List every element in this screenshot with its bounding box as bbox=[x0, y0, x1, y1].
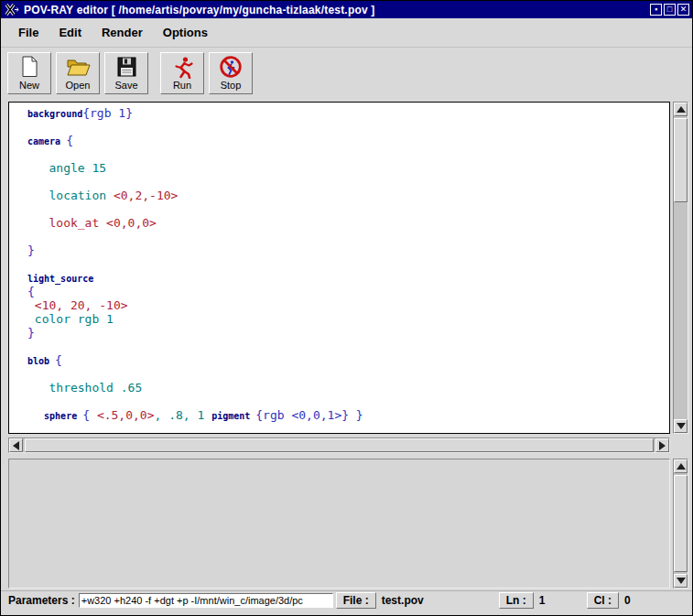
code-segment: blob bbox=[27, 356, 55, 366]
code-segment: threshold .65 bbox=[27, 381, 142, 394]
code-segment: {rgb 1} bbox=[82, 106, 133, 120]
output-vscroll-thumb[interactable] bbox=[674, 475, 688, 572]
toolbar-button-label: Save bbox=[114, 80, 137, 91]
close-button[interactable]: ✕ bbox=[677, 4, 689, 16]
code-line: threshold .65 bbox=[27, 381, 669, 394]
down-arrow-icon bbox=[677, 578, 686, 584]
x11-logo-icon[interactable] bbox=[3, 4, 21, 16]
new-document-icon bbox=[20, 55, 39, 79]
code-line: sphere { <.5,0,0>, .8, 1 pigment {rgb <0… bbox=[27, 408, 669, 422]
application-window: POV-RAY editor [ /home/artis/povray/my/g… bbox=[0, 0, 693, 616]
code-line bbox=[27, 230, 669, 243]
menu-item-edit[interactable]: Edit bbox=[49, 23, 92, 42]
title-bar[interactable]: POV-RAY editor [ /home/artis/povray/my/g… bbox=[1, 1, 692, 18]
code-line bbox=[27, 340, 669, 353]
toolbar-button-save[interactable]: Save bbox=[104, 52, 148, 94]
code-line: light_source bbox=[27, 271, 669, 285]
output-panel[interactable] bbox=[8, 459, 670, 589]
output-scroll-down-button[interactable] bbox=[674, 574, 688, 588]
toolbar-button-label: Open bbox=[66, 80, 91, 91]
code-line: blob { bbox=[27, 353, 669, 367]
code-line bbox=[27, 367, 669, 381]
code-line bbox=[27, 120, 669, 134]
code-segment: pigment bbox=[211, 411, 255, 421]
line-label: Ln : bbox=[499, 592, 534, 609]
toolbar: NewOpenSaveRunStop bbox=[1, 47, 692, 98]
scroll-up-button[interactable] bbox=[674, 103, 688, 116]
open-folder-icon bbox=[66, 55, 91, 79]
toolbar-button-new[interactable]: New bbox=[7, 52, 51, 94]
output-scroll-up-button[interactable] bbox=[674, 459, 688, 473]
window-title: POV-RAY editor [ /home/artis/povray/my/g… bbox=[24, 4, 375, 16]
code-line: } bbox=[27, 243, 669, 257]
scroll-right-button[interactable] bbox=[655, 438, 669, 452]
code-segment: sphere bbox=[27, 411, 82, 421]
status-bar: Parameters : File : test.pov Ln : 1 Cl :… bbox=[1, 590, 692, 610]
code-segment: } bbox=[27, 243, 35, 257]
scroll-left-button[interactable] bbox=[9, 438, 23, 452]
code-line: } bbox=[27, 326, 669, 340]
code-line: location <0,2,-10> bbox=[27, 189, 669, 202]
code-line: <10, 20, -10> bbox=[27, 298, 669, 312]
parameters-label: Parameters : bbox=[8, 594, 75, 607]
save-floppy-icon bbox=[117, 55, 136, 79]
run-icon bbox=[172, 55, 193, 79]
menu-item-options[interactable]: Options bbox=[153, 23, 218, 42]
editor-hscroll-thumb[interactable] bbox=[25, 438, 654, 452]
code-line bbox=[27, 147, 669, 161]
toolbar-button-label: Stop bbox=[221, 80, 242, 91]
code-segment: <.5,0,0> bbox=[97, 408, 155, 422]
toolbar-button-open[interactable]: Open bbox=[56, 52, 100, 94]
code-segment: camera bbox=[27, 136, 66, 146]
toolbar-button-run[interactable]: Run bbox=[160, 52, 204, 94]
code-segment: { bbox=[82, 408, 97, 422]
toolbar-button-label: Run bbox=[173, 80, 191, 91]
code-segment: <0,0,0> bbox=[106, 216, 157, 230]
column-label: Cl : bbox=[587, 592, 619, 609]
up-arrow-icon bbox=[677, 106, 686, 113]
left-arrow-icon bbox=[13, 441, 19, 450]
code-segment: { bbox=[66, 134, 73, 147]
code-segment: , .8, 1 bbox=[155, 408, 212, 422]
code-segment: <10, 20, -10> bbox=[35, 298, 128, 312]
file-label: File : bbox=[336, 592, 376, 609]
editor-vscroll-thumb[interactable] bbox=[674, 118, 688, 202]
maximize-button[interactable]: □ bbox=[664, 4, 676, 16]
column-value: 0 bbox=[624, 594, 650, 607]
stop-icon bbox=[219, 55, 243, 79]
up-arrow-icon bbox=[677, 463, 686, 470]
code-line bbox=[27, 175, 669, 189]
menu-item-file[interactable]: File bbox=[8, 23, 49, 42]
code-segment: {rgb <0,0,1>} } bbox=[255, 408, 363, 422]
menu-bar: FileEditRenderOptions bbox=[1, 18, 692, 47]
code-segment: background bbox=[27, 109, 82, 119]
code-segment: } bbox=[27, 326, 35, 340]
toolbar-button-label: New bbox=[19, 80, 39, 91]
code-segment: color rgb 1 bbox=[27, 312, 114, 326]
toolbar-button-stop[interactable]: Stop bbox=[209, 52, 253, 94]
window-controls: ▪□✕ bbox=[650, 4, 689, 16]
code-segment: location bbox=[27, 189, 114, 202]
output-vscrollbar[interactable] bbox=[673, 459, 688, 589]
minimize-button[interactable]: ▪ bbox=[650, 4, 662, 16]
editor-vscrollbar[interactable] bbox=[673, 102, 688, 434]
code-line: camera { bbox=[27, 134, 669, 147]
code-segment: { bbox=[27, 285, 35, 298]
code-line: look_at <0,0,0> bbox=[27, 216, 669, 230]
code-segment: look_at bbox=[27, 216, 106, 230]
code-segment: light_source bbox=[27, 274, 93, 284]
code-line: angle 15 bbox=[27, 161, 669, 175]
code-line bbox=[27, 257, 669, 271]
editor-hscrollbar[interactable] bbox=[8, 438, 670, 453]
parameters-input[interactable] bbox=[79, 593, 333, 608]
code-line bbox=[27, 394, 669, 408]
menu-item-render[interactable]: Render bbox=[92, 23, 153, 42]
code-line: color rgb 1 bbox=[27, 312, 669, 326]
code-line bbox=[27, 202, 669, 216]
code-area[interactable]: background{rgb 1} camera { angle 15 loca… bbox=[8, 102, 670, 434]
code-segment: <0,2,-10> bbox=[114, 189, 178, 202]
code-line: background{rgb 1} bbox=[27, 106, 669, 120]
code-segment: { bbox=[55, 353, 62, 367]
code-segment bbox=[27, 298, 35, 312]
scroll-down-button[interactable] bbox=[674, 419, 688, 433]
